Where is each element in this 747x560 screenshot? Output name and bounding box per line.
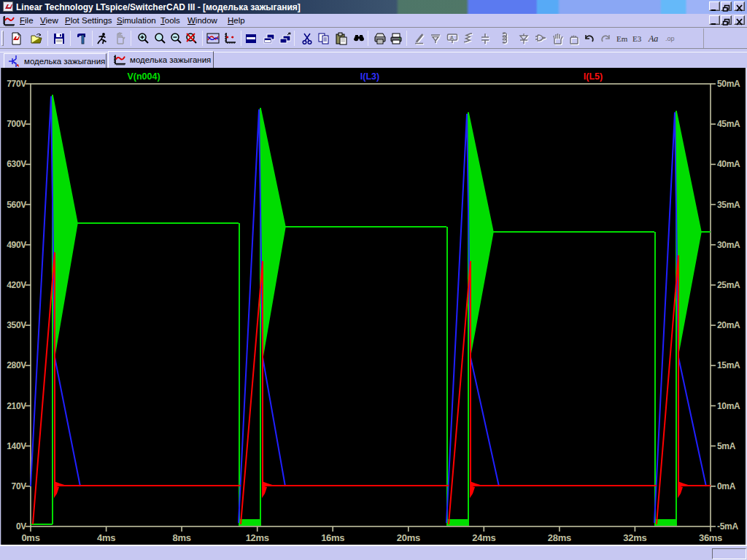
svg-text:12ms: 12ms xyxy=(246,532,269,543)
svg-text:20ms: 20ms xyxy=(397,532,420,543)
svg-text:25mA: 25mA xyxy=(717,280,740,290)
svg-text:45mA: 45mA xyxy=(717,119,740,129)
svg-text:28ms: 28ms xyxy=(548,532,571,543)
svg-text:.op: .op xyxy=(665,35,675,42)
svg-text:0ms: 0ms xyxy=(21,532,39,543)
svg-text:5mA: 5mA xyxy=(717,441,736,451)
svg-text:Aa: Aa xyxy=(648,34,658,44)
svg-text:280V: 280V xyxy=(7,360,26,370)
svg-text:350V: 350V xyxy=(7,320,26,330)
svg-text:-5mA: -5mA xyxy=(717,521,738,532)
svg-text:24ms: 24ms xyxy=(472,532,495,543)
svg-text:40mA: 40mA xyxy=(717,159,740,169)
svg-text:15mA: 15mA xyxy=(717,360,740,370)
svg-text:8ms: 8ms xyxy=(173,532,191,543)
svg-text:420V: 420V xyxy=(7,280,26,290)
svg-text:Em: Em xyxy=(616,34,628,43)
svg-text:70V: 70V xyxy=(12,481,27,491)
svg-text:0mA: 0mA xyxy=(717,481,736,491)
svg-text:I(L5): I(L5) xyxy=(584,71,603,82)
svg-text:770V: 770V xyxy=(7,79,26,89)
svg-text:20mA: 20mA xyxy=(717,320,740,330)
svg-text:4ms: 4ms xyxy=(97,532,115,543)
svg-text:10mA: 10mA xyxy=(717,401,740,411)
svg-text:630V: 630V xyxy=(7,159,26,169)
svg-text:210V: 210V xyxy=(7,401,26,411)
svg-text:700V: 700V xyxy=(7,119,26,129)
svg-text:A: A xyxy=(450,35,454,40)
svg-text:E3: E3 xyxy=(632,34,642,43)
svg-text:16ms: 16ms xyxy=(321,532,344,543)
svg-text:I(L3): I(L3) xyxy=(360,71,379,82)
svg-text:140V: 140V xyxy=(7,441,26,451)
svg-text:32ms: 32ms xyxy=(623,532,646,543)
svg-text:560V: 560V xyxy=(7,200,26,210)
svg-text:35mA: 35mA xyxy=(717,200,740,210)
svg-text:50mA: 50mA xyxy=(717,79,740,89)
svg-text:0V: 0V xyxy=(16,521,26,532)
svg-text:36ms: 36ms xyxy=(699,532,722,543)
svg-text:490V: 490V xyxy=(7,240,26,250)
svg-text:V(n004): V(n004) xyxy=(127,71,160,82)
svg-text:30mA: 30mA xyxy=(717,240,740,250)
